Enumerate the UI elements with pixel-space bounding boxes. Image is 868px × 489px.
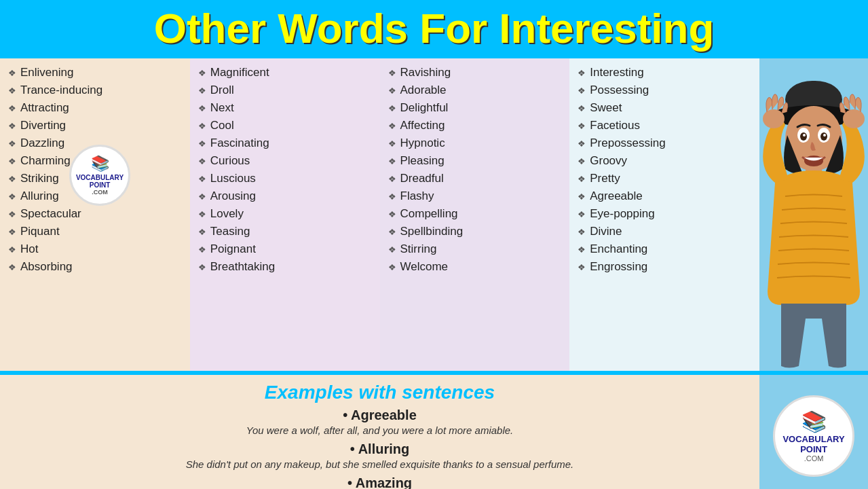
- diamond-icon: ❖: [578, 86, 586, 96]
- list-item: ❖Dreadful: [388, 170, 562, 187]
- list-item: ❖Affecting: [388, 117, 562, 134]
- diamond-icon: ❖: [578, 156, 586, 166]
- diamond-icon: ❖: [388, 244, 396, 255]
- main-content: ❖Enlivening ❖Trance-inducing ❖Attracting…: [0, 58, 868, 371]
- example-item-1: • Agreeable You were a wolf, after all, …: [14, 408, 746, 436]
- logo-brand: VOCABULARYPOINT: [76, 174, 124, 189]
- diamond-icon: ❖: [388, 68, 396, 78]
- diamond-icon: ❖: [578, 209, 586, 219]
- diamond-icon: ❖: [578, 227, 586, 237]
- diamond-icon: ❖: [578, 139, 586, 149]
- list-item: ❖Hot: [8, 240, 182, 258]
- diamond-icon: ❖: [388, 174, 396, 184]
- person-image-area: [759, 58, 868, 371]
- word-column-2: ❖Magnificent ❖Droll ❖Next ❖Cool ❖Fascina…: [190, 58, 380, 371]
- diamond-icon: ❖: [8, 262, 16, 272]
- list-item: ❖Breathtaking: [198, 258, 372, 276]
- list-item: ❖Hypnotic: [388, 134, 562, 152]
- list-item: ❖Delightful: [388, 99, 562, 117]
- svg-point-7: [820, 132, 827, 141]
- example-sentence-2: She didn't put on any makeup, but she sm…: [14, 458, 746, 470]
- diamond-icon: ❖: [8, 209, 16, 219]
- diamond-icon: ❖: [388, 192, 396, 202]
- list-item: ❖Poignant: [198, 240, 372, 258]
- list-item: ❖Ravishing: [388, 64, 562, 82]
- list-item: ❖Curious: [198, 152, 372, 170]
- diamond-icon: ❖: [578, 68, 586, 78]
- svg-point-10: [804, 156, 823, 166]
- diamond-icon: ❖: [198, 121, 206, 131]
- diamond-icon: ❖: [8, 227, 16, 237]
- diamond-icon: ❖: [198, 244, 206, 255]
- list-item: ❖Spectacular: [8, 205, 182, 223]
- example-item-3: • Amazing It was incredible to see how m…: [14, 475, 746, 489]
- list-item: ❖Engrossing: [578, 258, 751, 276]
- list-item: ❖Adorable: [388, 82, 562, 99]
- diamond-icon: ❖: [198, 192, 206, 202]
- list-item: ❖Sweet: [578, 99, 751, 117]
- list-item: ❖Luscious: [198, 170, 372, 187]
- list-item: ❖Teasing: [198, 223, 372, 240]
- bottom-vocabulary-point-logo: 📚 VOCABULARYPOINT .COM: [773, 395, 854, 477]
- examples-title: Examples with sentences: [14, 382, 746, 403]
- diamond-icon: ❖: [578, 103, 586, 113]
- logo-book-icon: 📚: [91, 155, 109, 173]
- logo-dotcom: .COM: [92, 189, 108, 196]
- example-word-2: • Alluring: [14, 441, 746, 457]
- list-item: ❖Piquant: [8, 223, 182, 240]
- list-item: ❖Possessing: [578, 82, 751, 99]
- list-item: ❖Pleasing: [388, 152, 562, 170]
- list-item: ❖Divine: [578, 223, 751, 240]
- diamond-icon: ❖: [198, 156, 206, 166]
- list-item: ❖Groovy: [578, 152, 751, 170]
- example-item-2: • Alluring She didn't put on any makeup,…: [14, 441, 746, 470]
- list-item: ❖Trance-inducing: [8, 82, 182, 99]
- list-item: ❖Flashy: [388, 187, 562, 205]
- example-word-1: • Agreeable: [14, 408, 746, 423]
- word-columns-area: ❖Enlivening ❖Trance-inducing ❖Attracting…: [0, 58, 759, 371]
- diamond-icon: ❖: [198, 86, 206, 96]
- list-item: ❖Agreeable: [578, 187, 751, 205]
- header: Other Words For Interesting: [0, 0, 868, 54]
- diamond-icon: ❖: [578, 121, 586, 131]
- vocabulary-point-logo: 📚 VOCABULARYPOINT .COM: [69, 145, 130, 206]
- diamond-icon: ❖: [388, 156, 396, 166]
- word-column-4: ❖Interesting ❖Possessing ❖Sweet ❖Facetio…: [569, 58, 759, 371]
- diamond-icon: ❖: [198, 262, 206, 272]
- diamond-icon: ❖: [8, 156, 16, 166]
- diamond-icon: ❖: [8, 174, 16, 184]
- list-item: ❖Interesting: [578, 64, 751, 82]
- bottom-logo-area: 📚 VOCABULARYPOINT .COM: [759, 375, 868, 489]
- example-sentence-1: You were a wolf, after all, and you were…: [14, 424, 746, 436]
- list-item: ❖Stirring: [388, 240, 562, 258]
- diamond-icon: ❖: [388, 86, 396, 96]
- bottom-section: Examples with sentences • Agreeable You …: [0, 375, 868, 489]
- list-item: ❖Facetious: [578, 117, 751, 134]
- diamond-icon: ❖: [8, 68, 16, 78]
- list-item: ❖Spellbinding: [388, 223, 562, 240]
- list-item: ❖Absorbing: [8, 258, 182, 276]
- list-item: ❖Eye-popping: [578, 205, 751, 223]
- diamond-icon: ❖: [388, 103, 396, 113]
- diamond-icon: ❖: [388, 139, 396, 149]
- list-item: ❖Lovely: [198, 205, 372, 223]
- list-item: ❖Enlivening: [8, 64, 182, 82]
- list-item: ❖Next: [198, 99, 372, 117]
- svg-point-8: [803, 134, 806, 137]
- bottom-logo-brand: VOCABULARYPOINT: [782, 435, 844, 454]
- diamond-icon: ❖: [8, 86, 16, 96]
- list-item: ❖Droll: [198, 82, 372, 99]
- bottom-logo-icon: 📚: [801, 410, 827, 433]
- word-column-3: ❖Ravishing ❖Adorable ❖Delightful ❖Affect…: [380, 58, 570, 371]
- list-item: ❖Cool: [198, 117, 372, 134]
- svg-point-13: [843, 109, 865, 128]
- list-item: ❖Prepossessing: [578, 134, 751, 152]
- diamond-icon: ❖: [578, 262, 586, 272]
- list-item: ❖Arousing: [198, 187, 372, 205]
- bottom-logo-dotcom: .COM: [804, 454, 824, 463]
- page-title: Other Words For Interesting: [0, 5, 868, 52]
- examples-section: Examples with sentences • Agreeable You …: [0, 375, 759, 489]
- diamond-icon: ❖: [388, 121, 396, 131]
- svg-point-12: [763, 109, 785, 128]
- list-item: ❖Compelling: [388, 205, 562, 223]
